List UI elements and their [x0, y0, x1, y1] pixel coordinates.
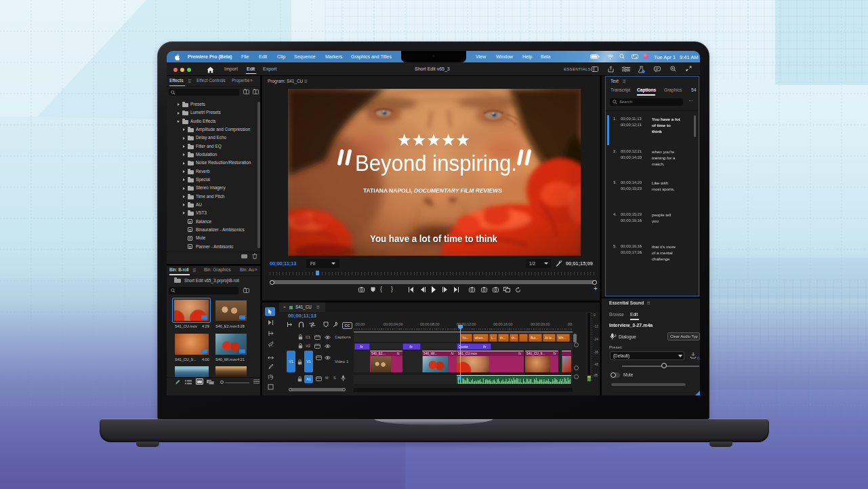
- svg-text:You have a lot of time to thin: You have a lot of time to think: [370, 233, 497, 244]
- svg-text:Beyond inspiring.: Beyond inspiring.: [355, 151, 517, 176]
- svg-text:TATIANA NAPOLI, DOCUMENTARY FI: TATIANA NAPOLI, DOCUMENTARY FILM REVIEWS: [363, 187, 502, 194]
